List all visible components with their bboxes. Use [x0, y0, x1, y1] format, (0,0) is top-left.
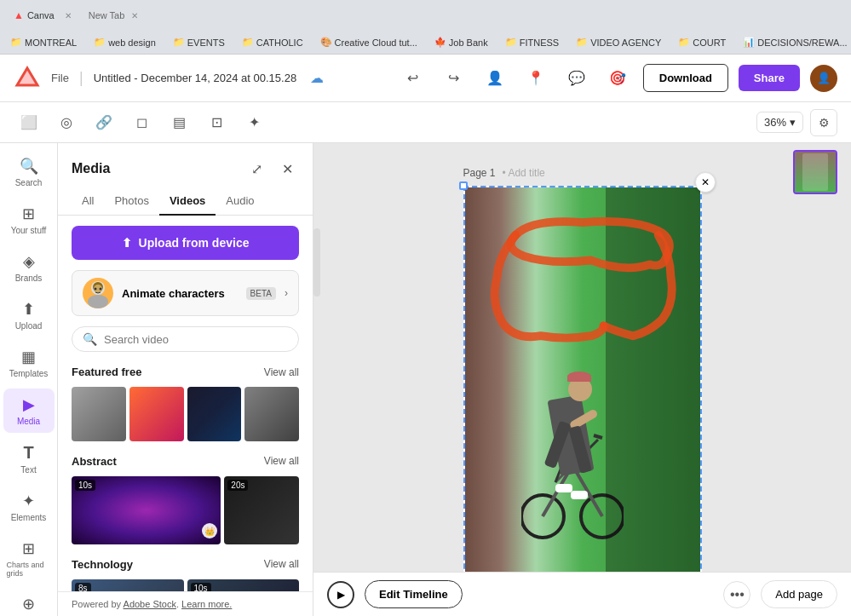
canvas-area[interactable]: Page 1 • Add title: [313, 143, 851, 616]
adobe-stock-link[interactable]: Adobe Stock: [124, 599, 176, 609]
beta-badge: BETA: [246, 287, 276, 300]
featured-section-header: Featured free View all: [72, 366, 299, 378]
upload-icon: ⬆: [22, 300, 35, 319]
frame-button[interactable]: ◻: [126, 107, 157, 138]
canva-logo[interactable]: [14, 65, 41, 92]
animate-characters-row[interactable]: Animate characters BETA ›: [72, 270, 299, 316]
resize-handle-tl[interactable]: [459, 181, 468, 190]
crop-button[interactable]: ⬜: [14, 107, 44, 138]
tab-audio[interactable]: Audio: [216, 187, 264, 216]
sidebar-item-brands[interactable]: ◈ Brands: [3, 245, 55, 290]
abstract-view-all[interactable]: View all: [264, 455, 299, 467]
panel-header: Media ⤢ ✕: [58, 143, 313, 187]
app-header: File | Untitled - December 14, 2024 at 0…: [0, 55, 851, 102]
collaborators-button[interactable]: 👤: [480, 63, 510, 94]
location-button[interactable]: 📍: [520, 63, 551, 94]
panel-header-icons: ⤢ ✕: [244, 157, 299, 181]
undo-button[interactable]: ↩: [398, 63, 428, 94]
video-edit-button[interactable]: ⊡: [201, 107, 232, 138]
avatar[interactable]: 👤: [810, 65, 837, 92]
bookmark-montreal[interactable]: 📁 MONTREAL: [7, 35, 80, 49]
sidebar-item-addons[interactable]: ⊕ Add-ons: [3, 588, 55, 616]
sidebar-item-upload[interactable]: ⬆ Upload: [3, 293, 55, 337]
link-button[interactable]: 🔗: [89, 107, 119, 138]
video-frame[interactable]: [463, 186, 702, 616]
bookmark-fitness[interactable]: 📁 FITNESS: [502, 35, 562, 49]
technology-grid: 8s 10s: [72, 579, 299, 591]
bookmark-webdesign[interactable]: 📁 web design: [90, 35, 159, 49]
expand-panel-button[interactable]: ⤢: [244, 157, 268, 181]
abstract-grid: 10s 👑 20s: [72, 476, 299, 544]
sidebar-nav: 🔍 Search ⊞ Your stuff ◈ Brands ⬆ Upload …: [0, 143, 58, 616]
tech-video-1[interactable]: 8s: [72, 579, 184, 591]
duration-badge-2: 20s: [227, 480, 248, 491]
redo-button[interactable]: ↪: [439, 63, 469, 94]
close-selection-button[interactable]: ✕: [695, 172, 716, 193]
animation-button[interactable]: ✦: [239, 107, 269, 138]
sidebar-item-templates[interactable]: ▦ Templates: [3, 341, 55, 385]
comments-button[interactable]: 💬: [561, 63, 592, 94]
sidebar-item-charts[interactable]: ⊞ Charts and grids: [3, 533, 55, 584]
bookmark-creative-cloud[interactable]: 🎨 Creative Cloud tut...: [317, 35, 421, 49]
featured-video-4[interactable]: [244, 387, 299, 441]
spreadsheet-icon: 📊: [743, 37, 755, 48]
zoom-value: 36%: [764, 116, 786, 129]
featured-video-3[interactable]: [187, 387, 242, 441]
bookmark-court[interactable]: 📁 COURT: [675, 35, 729, 49]
bookmark-catholic[interactable]: 📁 CATHOLIC: [239, 35, 307, 49]
tech-video-2[interactable]: 10s: [187, 579, 300, 591]
svg-point-3: [88, 295, 108, 308]
animate-characters-label: Animate characters: [122, 287, 238, 300]
bookmark-jobbank[interactable]: 🍁 Job Bank: [431, 35, 492, 49]
file-menu[interactable]: File: [51, 72, 69, 84]
bookmark-events[interactable]: 📁 EVENTS: [170, 35, 228, 49]
bookmark-decisions[interactable]: 📊 DECISIONS/REWA...: [739, 35, 850, 49]
tab-videos[interactable]: Videos: [159, 187, 216, 216]
crown-icon: 👑: [202, 523, 217, 541]
addons-icon: ⊕: [22, 595, 35, 613]
svg-text:👑: 👑: [204, 526, 216, 537]
share-button[interactable]: Share: [739, 65, 800, 91]
sidebar-item-text[interactable]: T Text: [3, 436, 55, 481]
page-thumbnail[interactable]: [793, 150, 837, 194]
sidebar-item-elements[interactable]: ✦ Elements: [3, 485, 55, 529]
abstract-video-1[interactable]: 10s 👑: [72, 476, 221, 544]
add-title-button[interactable]: • Add title: [503, 167, 545, 179]
canva-tab[interactable]: ▲ Canva ✕: [7, 6, 78, 25]
tab-photos[interactable]: Photos: [104, 187, 158, 216]
technology-section-header: Technology View all: [72, 558, 299, 571]
edit-timeline-button[interactable]: Edit Timeline: [365, 580, 463, 608]
canvas-bottom-bar: ▶ Edit Timeline ••• Add page: [313, 572, 851, 616]
tab-all[interactable]: All: [72, 187, 104, 216]
bookmark-video-agency[interactable]: 📁 VIDEO AGENCY: [572, 35, 664, 49]
more-options-button[interactable]: •••: [723, 581, 750, 608]
upload-from-device-button[interactable]: ⬆ Upload from device: [72, 226, 299, 260]
chevron-down-icon: ▾: [790, 116, 796, 129]
search-input[interactable]: [104, 333, 288, 346]
close-panel-button[interactable]: ✕: [275, 157, 299, 181]
featured-video-2[interactable]: [129, 387, 184, 441]
featured-video-1[interactable]: [72, 387, 126, 441]
sidebar-item-media[interactable]: ▶ Media: [3, 389, 55, 433]
zoom-control[interactable]: 36% ▾: [756, 112, 803, 133]
download-button[interactable]: Download: [643, 64, 728, 92]
featured-view-all[interactable]: View all: [264, 366, 299, 378]
format-button[interactable]: ▤: [164, 107, 194, 138]
vertical-scrollbar[interactable]: [313, 228, 320, 296]
selected-element-container[interactable]: ✕: [463, 186, 702, 616]
newtab-tab[interactable]: New Tab ✕: [82, 7, 146, 24]
abstract-video-2[interactable]: 20s: [224, 476, 299, 544]
templates-icon: ▦: [21, 348, 36, 366]
filter-button[interactable]: ◎: [51, 107, 82, 138]
sidebar-item-search[interactable]: 🔍 Search: [3, 150, 55, 194]
design-settings-button[interactable]: ⚙: [810, 109, 837, 136]
technology-view-all[interactable]: View all: [264, 558, 299, 570]
present-button[interactable]: 🎯: [602, 63, 633, 94]
creative-cloud-icon: 🎨: [320, 37, 332, 48]
learn-more-link[interactable]: Learn more.: [181, 599, 232, 609]
svg-marker-1: [17, 68, 37, 85]
svg-line-19: [594, 435, 602, 438]
add-page-button[interactable]: Add page: [761, 580, 837, 608]
sidebar-item-your-stuff[interactable]: ⊞ Your stuff: [3, 198, 55, 242]
play-button[interactable]: ▶: [327, 581, 354, 608]
